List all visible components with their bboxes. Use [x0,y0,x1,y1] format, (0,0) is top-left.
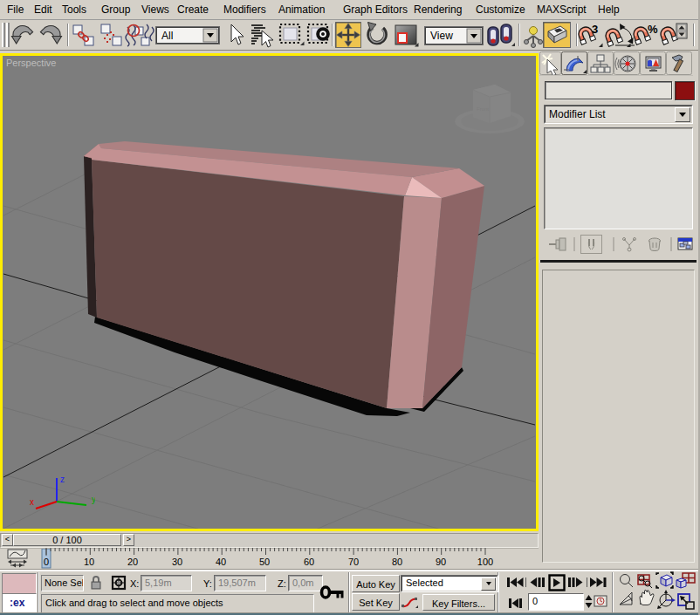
svg-text:3: 3 [592,23,598,36]
svg-text:All: All [161,30,173,42]
svg-text:View: View [430,30,453,42]
svg-text:z: z [60,475,65,484]
svg-text:%: % [648,23,658,36]
svg-text:Front: Front [477,106,489,112]
svg-text:x: x [30,497,34,507]
svg-text:y: y [92,495,95,504]
